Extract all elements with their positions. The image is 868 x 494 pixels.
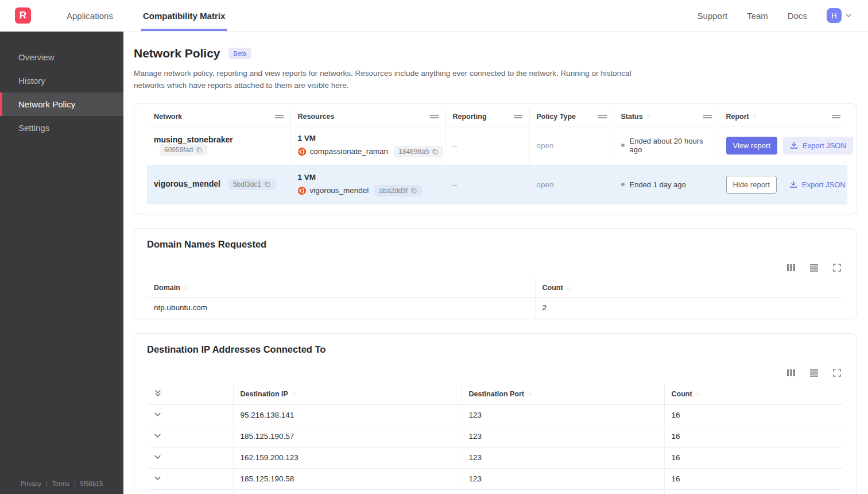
sort-icon[interactable]: ↑↓ bbox=[753, 113, 756, 119]
count-value: 16 bbox=[664, 426, 843, 447]
nav-link-support[interactable]: Support bbox=[698, 11, 728, 21]
count-value: 16 bbox=[664, 468, 843, 489]
column-resize-handle[interactable] bbox=[703, 114, 712, 119]
destination-row[interactable]: 185.125.190.58 123 16 bbox=[147, 468, 843, 489]
col-header-reporting[interactable]: Reporting bbox=[445, 107, 529, 126]
sidebar-item-history[interactable]: History bbox=[0, 69, 123, 92]
columns-icon[interactable] bbox=[786, 368, 796, 378]
double-chevron-down-icon[interactable] bbox=[154, 389, 162, 397]
reporting-value: – bbox=[453, 180, 458, 189]
destination-row[interactable]: 162.159.200.123 123 16 bbox=[147, 447, 843, 468]
sort-icon[interactable]: ↑↓ bbox=[184, 284, 187, 291]
column-resize-handle[interactable] bbox=[598, 114, 607, 119]
col-header-destination-ip[interactable]: Destination IP ↑↓ bbox=[233, 384, 462, 405]
app-logo-letter: R bbox=[20, 10, 26, 21]
destination-port-value: 123 bbox=[462, 426, 664, 447]
row-density-icon[interactable] bbox=[809, 263, 819, 273]
destinations-card-title: Destination IP Addresses Connected To bbox=[147, 344, 843, 355]
sort-icon[interactable]: ↑↓ bbox=[528, 391, 531, 397]
nav-link-docs[interactable]: Docs bbox=[788, 11, 807, 21]
avatar-letter: H bbox=[831, 11, 836, 20]
sort-icon[interactable]: ↑↓ bbox=[567, 284, 570, 291]
destination-row[interactable]: 95.216.138.141 123 16 bbox=[147, 404, 843, 426]
resource-name: compassionate_raman bbox=[310, 147, 389, 156]
status-text: Ended 1 day ago bbox=[630, 180, 686, 189]
destination-port-value: 123 bbox=[462, 489, 664, 494]
col-header-policy-type[interactable]: Policy Type bbox=[529, 107, 614, 126]
sort-icon[interactable]: ↑↓ bbox=[292, 391, 295, 397]
status-dot bbox=[621, 144, 625, 147]
resource-id-pill[interactable]: aba2dd3f bbox=[374, 185, 422, 196]
copy-icon[interactable] bbox=[410, 187, 417, 194]
copy-icon[interactable] bbox=[196, 146, 203, 153]
sidebar-item-settings[interactable]: Settings bbox=[0, 116, 123, 140]
status-text: Ended about 20 hours ago bbox=[630, 137, 712, 154]
column-resize-handle[interactable] bbox=[275, 114, 284, 119]
nav-tab-compatibility-matrix[interactable]: Compatibility Matrix bbox=[128, 0, 240, 31]
columns-icon[interactable] bbox=[786, 263, 796, 273]
destination-row[interactable]: 95.216.100.21 123 16 bbox=[147, 489, 843, 494]
destination-ip-value: 185.125.190.57 bbox=[233, 426, 462, 447]
row-density-icon[interactable] bbox=[809, 368, 819, 378]
view-report-button[interactable]: View report bbox=[726, 137, 778, 155]
col-header-domain[interactable]: Domain ↑↓ bbox=[147, 279, 535, 298]
sidebar-item-overview[interactable]: Overview bbox=[0, 45, 123, 69]
nav-tab-label: Compatibility Matrix bbox=[143, 11, 225, 21]
app-logo[interactable]: R bbox=[15, 7, 31, 24]
sidebar-item-network-policy[interactable]: Network Policy bbox=[0, 92, 123, 116]
sort-icon[interactable]: ↑↓ bbox=[646, 113, 650, 119]
destinations-table-header: Destination IP ↑↓ Destination Port ↑↓ Co… bbox=[147, 384, 843, 405]
count-value: 16 bbox=[664, 447, 843, 468]
main-content: Network Policy Beta Manage network polic… bbox=[123, 32, 868, 494]
col-header-network[interactable]: Network bbox=[147, 107, 290, 126]
divider: | bbox=[74, 480, 76, 487]
navbar-right: Support Team Docs H bbox=[698, 8, 868, 23]
copy-icon[interactable] bbox=[432, 148, 439, 155]
col-header-destination-port[interactable]: Destination Port ↑↓ bbox=[462, 384, 664, 405]
expand-all-header[interactable] bbox=[147, 384, 233, 405]
column-resize-handle[interactable] bbox=[514, 114, 522, 119]
expand-row-icon[interactable] bbox=[154, 411, 161, 418]
user-menu[interactable]: H bbox=[827, 8, 852, 23]
destinations-card: Destination IP Addresses Connected To De… bbox=[134, 333, 857, 494]
nav-link-team[interactable]: Team bbox=[747, 11, 768, 21]
terms-link[interactable]: Terms bbox=[52, 480, 69, 487]
policy-type-value: open bbox=[537, 141, 554, 150]
domains-card-title: Domain Names Requested bbox=[147, 239, 843, 250]
expand-row-icon[interactable] bbox=[154, 474, 161, 482]
destination-port-value: 123 bbox=[462, 447, 664, 468]
col-header-report[interactable]: Report ↑↓ bbox=[719, 107, 847, 126]
nav-tab-applications[interactable]: Applications bbox=[52, 0, 128, 31]
hide-report-button[interactable]: Hide report bbox=[726, 176, 777, 194]
destinations-table: Destination IP ↑↓ Destination Port ↑↓ Co… bbox=[147, 384, 843, 494]
col-header-resources[interactable]: Resources bbox=[290, 107, 445, 126]
col-header-status[interactable]: Status ↑↓ bbox=[614, 107, 719, 126]
networks-table: Network Resources Reporting Policy Type bbox=[147, 107, 847, 204]
expand-row-icon[interactable] bbox=[154, 453, 161, 461]
column-resize-handle[interactable] bbox=[430, 114, 439, 119]
resource-name: vigorous_mendel bbox=[310, 186, 369, 195]
network-row-selected[interactable]: vigorous_mendel 5bdf3dc1 1 VM vigorous_m… bbox=[147, 165, 847, 204]
domains-card: Domain Names Requested Domain ↑↓ Count ↑… bbox=[134, 228, 857, 319]
export-json-button[interactable]: Export JSON bbox=[783, 137, 853, 155]
col-header-count[interactable]: Count ↑↓ bbox=[664, 384, 843, 405]
copy-icon[interactable] bbox=[264, 181, 271, 188]
destination-row[interactable]: 185.125.190.57 123 16 bbox=[147, 426, 843, 447]
expand-row-icon[interactable] bbox=[154, 432, 161, 439]
export-json-button[interactable]: Export JSON bbox=[782, 176, 852, 194]
fullscreen-icon[interactable] bbox=[832, 368, 842, 378]
network-id-pill[interactable]: 5bdf3dc1 bbox=[228, 179, 276, 190]
network-id-pill[interactable]: 60959fad bbox=[160, 144, 207, 156]
destination-ip-value: 95.216.100.21 bbox=[233, 489, 462, 494]
resource-id-pill[interactable]: 184696a5 bbox=[394, 146, 443, 157]
network-row[interactable]: musing_stonebraker 60959fad 1 VM compass… bbox=[147, 126, 847, 165]
col-header-count[interactable]: Count ↑↓ bbox=[535, 279, 843, 298]
sort-icon[interactable]: ↑↓ bbox=[696, 391, 699, 397]
fullscreen-icon[interactable] bbox=[832, 263, 842, 273]
privacy-link[interactable]: Privacy bbox=[21, 480, 41, 487]
domains-table: Domain ↑↓ Count ↑↓ ntp.ubuntu.com 2 bbox=[147, 279, 843, 318]
column-resize-handle[interactable] bbox=[832, 114, 840, 119]
primary-nav: Applications Compatibility Matrix bbox=[52, 0, 240, 31]
domain-row[interactable]: ntp.ubuntu.com 2 bbox=[147, 297, 843, 318]
page-title: Network Policy bbox=[134, 47, 220, 60]
